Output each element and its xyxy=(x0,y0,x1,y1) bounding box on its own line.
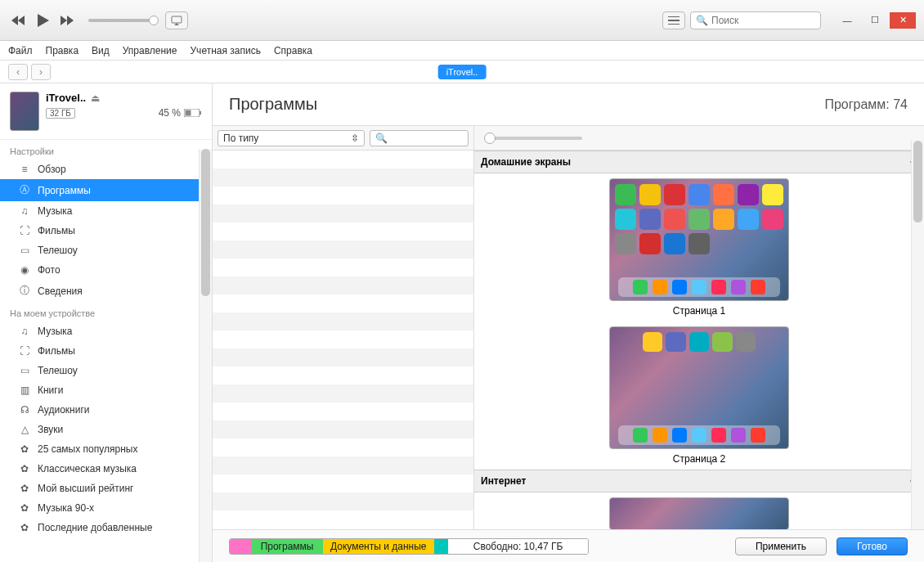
sidebar-item[interactable]: ⛶Фильмы xyxy=(0,221,212,241)
app-row[interactable] xyxy=(213,384,473,402)
app-icon xyxy=(713,209,734,230)
screens-column: Домашние экраны+ Страница 1 xyxy=(474,126,924,529)
menu-bar: Файл Правка Вид Управление Учетная запис… xyxy=(0,41,924,61)
zoom-slider[interactable] xyxy=(484,137,582,140)
capacity-segment: Документы и данные xyxy=(323,539,434,554)
close-button[interactable]: ✕ xyxy=(890,12,916,29)
sidebar-item[interactable]: ♫Музыка xyxy=(0,201,212,221)
sidebar-item[interactable]: ✿Классическая музыка xyxy=(0,459,212,479)
nav-back-button[interactable]: ‹ xyxy=(8,64,28,80)
sidebar-item-icon: ⓘ xyxy=(18,284,31,298)
app-row[interactable] xyxy=(213,492,473,510)
home-page-2[interactable] xyxy=(609,326,789,449)
sidebar-item-icon: ☊ xyxy=(18,404,31,416)
sidebar-item[interactable]: ☊Аудиокниги xyxy=(0,400,212,420)
app-row[interactable] xyxy=(213,169,473,187)
sidebar-item[interactable]: ♫Музыка xyxy=(0,321,212,341)
menu-controls[interactable]: Управление xyxy=(123,45,177,56)
app-row[interactable] xyxy=(213,330,473,348)
sidebar-item-icon: ✿ xyxy=(18,483,31,494)
dock-icon xyxy=(672,280,687,294)
sidebar-item[interactable]: ✿Последние добавленные xyxy=(0,518,212,537)
app-row[interactable] xyxy=(213,259,473,277)
maximize-button[interactable]: ☐ xyxy=(862,12,888,29)
sidebar-item-label: 25 самых популярных xyxy=(38,443,137,455)
type-select[interactable]: По типу⇳ xyxy=(218,130,365,146)
sidebar-item[interactable]: ⛶Фильмы xyxy=(0,341,212,361)
app-row[interactable] xyxy=(213,402,473,420)
app-row[interactable] xyxy=(213,294,473,312)
next-button[interactable] xyxy=(57,10,78,31)
group-internet: Интернет+ xyxy=(474,470,924,492)
search-icon: 🔍 xyxy=(696,15,708,26)
sidebar-item[interactable]: ≡Обзор xyxy=(0,160,212,179)
menu-view[interactable]: Вид xyxy=(92,45,110,56)
volume-slider[interactable] xyxy=(88,19,154,22)
app-row[interactable] xyxy=(213,223,473,241)
app-search[interactable]: 🔍 xyxy=(370,130,469,146)
home-page-1[interactable] xyxy=(609,178,789,301)
list-view-button[interactable] xyxy=(662,11,685,29)
app-row[interactable] xyxy=(213,420,473,438)
done-button[interactable]: Готово xyxy=(837,537,908,555)
sidebar-group: Настройки xyxy=(0,140,212,160)
app-row[interactable] xyxy=(213,205,473,223)
app-row[interactable] xyxy=(213,366,473,384)
app-row[interactable] xyxy=(213,438,473,456)
menu-edit[interactable]: Правка xyxy=(46,45,79,56)
battery-status: 45 % xyxy=(159,107,202,119)
sidebar-item[interactable]: ▭Телешоу xyxy=(0,361,212,380)
apps-column: По типу⇳ 🔍 xyxy=(213,126,474,529)
search-input[interactable] xyxy=(711,15,815,26)
sidebar-item[interactable]: △Звуки xyxy=(0,420,212,439)
main-scrollbar[interactable] xyxy=(911,141,924,529)
app-row[interactable] xyxy=(213,474,473,492)
search-box[interactable]: 🔍 xyxy=(690,11,821,29)
capacity-bar: ПрограммыДокументы и данныеСвободно: 10,… xyxy=(229,538,589,555)
sidebar-item-label: Аудиокниги xyxy=(38,404,90,416)
device-chip[interactable]: iTrovel.. xyxy=(438,65,487,79)
apply-button[interactable]: Применить xyxy=(735,537,827,555)
minimize-button[interactable]: — xyxy=(834,12,860,29)
app-row[interactable] xyxy=(213,312,473,330)
menu-file[interactable]: Файл xyxy=(8,45,33,56)
dock-icon xyxy=(653,428,667,443)
nav-forward-button[interactable]: › xyxy=(31,64,51,80)
page-title: Программы xyxy=(229,95,317,114)
sidebar-item[interactable]: ⒶПрограммы xyxy=(0,179,212,201)
internet-page[interactable] xyxy=(609,497,789,529)
sidebar: iTrovel.. ⏏ 32 ГБ 45 % Настройки≡ОбзорⒶП… xyxy=(0,83,213,562)
sidebar-scrollbar[interactable] xyxy=(199,149,212,562)
sidebar-item[interactable]: ✿25 самых популярных xyxy=(0,439,212,459)
sidebar-item[interactable]: ▥Книги xyxy=(0,380,212,400)
svg-rect-0 xyxy=(172,16,182,23)
sidebar-item-icon: Ⓐ xyxy=(18,183,31,197)
app-row[interactable] xyxy=(213,241,473,259)
prev-button[interactable] xyxy=(8,10,29,31)
sidebar-item[interactable]: ⓘСведения xyxy=(0,280,212,302)
app-icon xyxy=(639,209,661,230)
app-row[interactable] xyxy=(213,187,473,205)
sidebar-item-label: Фильмы xyxy=(38,225,75,236)
sidebar-item[interactable]: ✿Мой высший рейтинг xyxy=(0,479,212,498)
sidebar-item-icon: ▥ xyxy=(18,384,31,396)
app-row[interactable] xyxy=(213,151,473,169)
sidebar-item[interactable]: ◉Фото xyxy=(0,260,212,280)
play-button[interactable] xyxy=(33,10,54,31)
eject-icon[interactable]: ⏏ xyxy=(91,92,100,104)
app-row[interactable] xyxy=(213,277,473,294)
sidebar-item-icon: ⛶ xyxy=(18,345,31,357)
sidebar-item-icon: ▭ xyxy=(18,365,31,376)
airplay-button[interactable] xyxy=(165,11,188,29)
app-row[interactable] xyxy=(213,456,473,474)
dock-icon xyxy=(751,280,765,294)
menu-help[interactable]: Справка xyxy=(274,45,312,56)
app-icon xyxy=(639,233,661,254)
menu-account[interactable]: Учетная запись xyxy=(191,45,261,56)
capacity-segment: Свободно: 10,47 ГБ xyxy=(448,539,588,554)
sidebar-item[interactable]: ✿Музыка 90-х xyxy=(0,498,212,518)
sidebar-item[interactable]: ▭Телешоу xyxy=(0,241,212,260)
sidebar-item-icon: ⛶ xyxy=(18,225,31,236)
app-row[interactable] xyxy=(213,348,473,366)
app-list[interactable] xyxy=(213,151,473,529)
